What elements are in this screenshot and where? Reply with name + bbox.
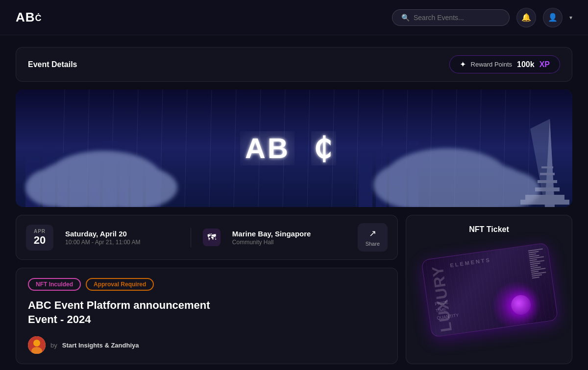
ticket-card: LUXURY ELEMENTS PRICETIMEQUANTITY [421,242,558,338]
location-icon: 🗺 [203,229,220,246]
badge-row: NFT Inculded Approval Required [28,278,386,291]
search-bar[interactable]: 🔍 [392,9,510,26]
ticket-details: PRICETIMEQUANTITY [434,298,459,322]
nft-ticket-visual: LUXURY ELEMENTS PRICETIMEQUANTITY [420,247,558,335]
event-info-row: APR 20 Saturday, April 20 10:00 AM - Apr… [16,215,398,260]
svg-text:₵: ₵ [314,132,334,164]
notification-bell-button[interactable]: 🔔 [516,8,536,27]
event-location-info: Marine Bay, Singapore Community Hall [232,230,346,246]
location-main: Marine Bay, Singapore [232,230,346,238]
date-badge: APR 20 [26,225,53,251]
reward-points-pill: ✦ Reward Points 100k XP [449,55,560,73]
location-sub: Community Hall [232,239,346,246]
navbar: ABĊ 🔍 🔔 👤 ▾ [0,0,588,35]
event-date-info: Saturday, April 20 10:00 AM - Apr 21, 11… [65,230,179,246]
svg-rect-47 [540,173,555,175]
share-label: Share [366,241,380,247]
left-column: APR 20 Saturday, April 20 10:00 AM - Apr… [16,215,398,364]
svg-text:AB: AB [245,132,290,164]
banner-logo: AB ₵ [240,131,348,165]
reward-label: Reward Points [471,61,513,68]
divider [191,228,191,247]
svg-rect-46 [538,180,557,183]
map-pin-icon: 🗺 [207,232,216,243]
organizer-by-text: by [50,342,57,349]
svg-point-54 [33,340,40,347]
user-icon: 👤 [548,13,558,22]
svg-rect-48 [541,166,553,168]
nav-right: 🔍 🔔 👤 ▾ [392,8,572,27]
svg-rect-49 [525,195,564,200]
organizer-row: by Start Insights & Zandhiya [28,336,386,354]
svg-point-38 [25,168,84,207]
approval-badge: Approval Required [86,278,154,291]
date-day: 20 [34,234,46,247]
event-banner: AB ₵ [16,90,572,207]
event-date-sub: 10:00 AM - Apr 21, 11:00 AM [65,239,179,246]
nft-ticket-panel: NFT Ticket [406,215,572,364]
bottom-grid: APR 20 Saturday, April 20 10:00 AM - Apr… [16,215,572,364]
date-month: APR [34,229,46,234]
event-details-title: Event Details [28,60,77,69]
logo-text: ABĊ [16,10,42,25]
svg-point-42 [398,151,476,195]
search-input[interactable] [414,14,500,22]
user-avatar-button[interactable]: 👤 [543,8,563,27]
bell-icon: 🔔 [521,13,531,22]
nft-badge: NFT Inculded [28,278,81,291]
user-dropdown-arrow[interactable]: ▾ [569,14,572,21]
share-icon: ↗ [369,228,376,239]
svg-rect-50 [520,200,569,205]
svg-rect-45 [535,187,560,191]
svg-rect-30 [359,153,372,207]
reward-xp-label: XP [539,60,550,69]
reward-value: 100k [517,60,535,69]
share-button[interactable]: ↗ Share [358,223,388,252]
event-description-card: NFT Inculded Approval Required ABC Event… [16,268,398,364]
ticket-elements-text: ELEMENTS [450,257,491,269]
event-header-bar: Event Details ✦ Reward Points 100k XP [16,47,572,82]
search-icon: 🔍 [401,14,410,22]
nft-ticket-title: NFT Ticket [416,225,562,234]
sparkle-icon: ✦ [460,60,466,69]
organizer-avatar [28,336,46,354]
event-title: ABC Event Platform announcement Event - … [28,299,386,326]
event-date-main: Saturday, April 20 [65,230,179,238]
app-logo[interactable]: ABĊ [16,10,42,25]
organizer-name: Start Insights & Zandhiya [62,342,139,349]
main-container: Event Details ✦ Reward Points 100k XP [0,35,588,370]
